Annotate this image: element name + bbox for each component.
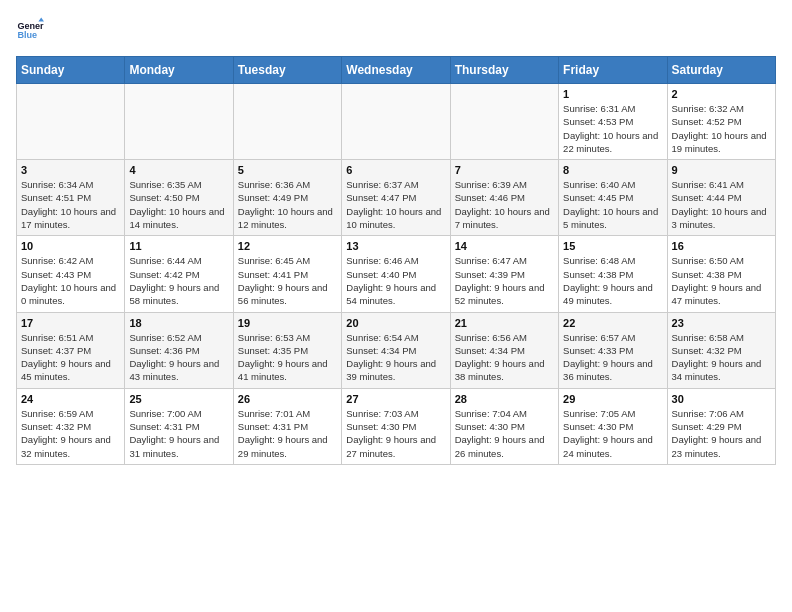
day-number: 6: [346, 164, 445, 176]
day-number: 22: [563, 317, 662, 329]
calendar-cell: [17, 84, 125, 160]
day-info: Sunrise: 6:56 AM Sunset: 4:34 PM Dayligh…: [455, 331, 554, 384]
logo: General Blue: [16, 16, 48, 44]
day-info: Sunrise: 6:31 AM Sunset: 4:53 PM Dayligh…: [563, 102, 662, 155]
day-number: 21: [455, 317, 554, 329]
day-info: Sunrise: 6:36 AM Sunset: 4:49 PM Dayligh…: [238, 178, 337, 231]
weekday-header-monday: Monday: [125, 57, 233, 84]
day-number: 24: [21, 393, 120, 405]
calendar-week-2: 3Sunrise: 6:34 AM Sunset: 4:51 PM Daylig…: [17, 160, 776, 236]
calendar-cell: 28Sunrise: 7:04 AM Sunset: 4:30 PM Dayli…: [450, 388, 558, 464]
day-info: Sunrise: 6:42 AM Sunset: 4:43 PM Dayligh…: [21, 254, 120, 307]
day-info: Sunrise: 6:37 AM Sunset: 4:47 PM Dayligh…: [346, 178, 445, 231]
calendar-cell: 6Sunrise: 6:37 AM Sunset: 4:47 PM Daylig…: [342, 160, 450, 236]
calendar-cell: 7Sunrise: 6:39 AM Sunset: 4:46 PM Daylig…: [450, 160, 558, 236]
calendar-week-3: 10Sunrise: 6:42 AM Sunset: 4:43 PM Dayli…: [17, 236, 776, 312]
calendar-cell: 26Sunrise: 7:01 AM Sunset: 4:31 PM Dayli…: [233, 388, 341, 464]
day-number: 9: [672, 164, 771, 176]
day-number: 27: [346, 393, 445, 405]
day-number: 18: [129, 317, 228, 329]
day-number: 4: [129, 164, 228, 176]
day-info: Sunrise: 6:47 AM Sunset: 4:39 PM Dayligh…: [455, 254, 554, 307]
calendar-cell: 13Sunrise: 6:46 AM Sunset: 4:40 PM Dayli…: [342, 236, 450, 312]
day-info: Sunrise: 7:04 AM Sunset: 4:30 PM Dayligh…: [455, 407, 554, 460]
weekday-header-friday: Friday: [559, 57, 667, 84]
day-info: Sunrise: 6:50 AM Sunset: 4:38 PM Dayligh…: [672, 254, 771, 307]
day-info: Sunrise: 7:00 AM Sunset: 4:31 PM Dayligh…: [129, 407, 228, 460]
calendar-cell: 8Sunrise: 6:40 AM Sunset: 4:45 PM Daylig…: [559, 160, 667, 236]
calendar-cell: 11Sunrise: 6:44 AM Sunset: 4:42 PM Dayli…: [125, 236, 233, 312]
calendar-cell: 1Sunrise: 6:31 AM Sunset: 4:53 PM Daylig…: [559, 84, 667, 160]
calendar-header-row: SundayMondayTuesdayWednesdayThursdayFrid…: [17, 57, 776, 84]
calendar-cell: 17Sunrise: 6:51 AM Sunset: 4:37 PM Dayli…: [17, 312, 125, 388]
calendar-cell: 21Sunrise: 6:56 AM Sunset: 4:34 PM Dayli…: [450, 312, 558, 388]
weekday-header-saturday: Saturday: [667, 57, 775, 84]
day-info: Sunrise: 7:06 AM Sunset: 4:29 PM Dayligh…: [672, 407, 771, 460]
day-number: 2: [672, 88, 771, 100]
day-info: Sunrise: 7:05 AM Sunset: 4:30 PM Dayligh…: [563, 407, 662, 460]
day-info: Sunrise: 6:52 AM Sunset: 4:36 PM Dayligh…: [129, 331, 228, 384]
day-number: 14: [455, 240, 554, 252]
day-info: Sunrise: 6:51 AM Sunset: 4:37 PM Dayligh…: [21, 331, 120, 384]
calendar-cell: 23Sunrise: 6:58 AM Sunset: 4:32 PM Dayli…: [667, 312, 775, 388]
day-info: Sunrise: 7:03 AM Sunset: 4:30 PM Dayligh…: [346, 407, 445, 460]
day-number: 3: [21, 164, 120, 176]
day-number: 19: [238, 317, 337, 329]
calendar-cell: 19Sunrise: 6:53 AM Sunset: 4:35 PM Dayli…: [233, 312, 341, 388]
day-number: 16: [672, 240, 771, 252]
day-number: 5: [238, 164, 337, 176]
day-info: Sunrise: 6:45 AM Sunset: 4:41 PM Dayligh…: [238, 254, 337, 307]
day-info: Sunrise: 6:32 AM Sunset: 4:52 PM Dayligh…: [672, 102, 771, 155]
calendar-cell: 9Sunrise: 6:41 AM Sunset: 4:44 PM Daylig…: [667, 160, 775, 236]
day-info: Sunrise: 6:34 AM Sunset: 4:51 PM Dayligh…: [21, 178, 120, 231]
calendar-cell: 10Sunrise: 6:42 AM Sunset: 4:43 PM Dayli…: [17, 236, 125, 312]
day-number: 26: [238, 393, 337, 405]
day-number: 11: [129, 240, 228, 252]
calendar-cell: 20Sunrise: 6:54 AM Sunset: 4:34 PM Dayli…: [342, 312, 450, 388]
calendar-table: SundayMondayTuesdayWednesdayThursdayFrid…: [16, 56, 776, 465]
day-number: 10: [21, 240, 120, 252]
day-number: 20: [346, 317, 445, 329]
day-number: 25: [129, 393, 228, 405]
day-number: 13: [346, 240, 445, 252]
logo-icon: General Blue: [16, 16, 44, 44]
calendar-cell: 15Sunrise: 6:48 AM Sunset: 4:38 PM Dayli…: [559, 236, 667, 312]
day-number: 29: [563, 393, 662, 405]
weekday-header-wednesday: Wednesday: [342, 57, 450, 84]
calendar-cell: 29Sunrise: 7:05 AM Sunset: 4:30 PM Dayli…: [559, 388, 667, 464]
day-number: 1: [563, 88, 662, 100]
calendar-cell: 24Sunrise: 6:59 AM Sunset: 4:32 PM Dayli…: [17, 388, 125, 464]
svg-text:Blue: Blue: [17, 30, 37, 40]
day-info: Sunrise: 6:57 AM Sunset: 4:33 PM Dayligh…: [563, 331, 662, 384]
day-info: Sunrise: 6:54 AM Sunset: 4:34 PM Dayligh…: [346, 331, 445, 384]
calendar-cell: [450, 84, 558, 160]
calendar-week-1: 1Sunrise: 6:31 AM Sunset: 4:53 PM Daylig…: [17, 84, 776, 160]
calendar-cell: 3Sunrise: 6:34 AM Sunset: 4:51 PM Daylig…: [17, 160, 125, 236]
day-number: 12: [238, 240, 337, 252]
calendar-cell: [125, 84, 233, 160]
day-number: 15: [563, 240, 662, 252]
calendar-cell: 27Sunrise: 7:03 AM Sunset: 4:30 PM Dayli…: [342, 388, 450, 464]
day-number: 28: [455, 393, 554, 405]
calendar-cell: 16Sunrise: 6:50 AM Sunset: 4:38 PM Dayli…: [667, 236, 775, 312]
calendar-cell: 5Sunrise: 6:36 AM Sunset: 4:49 PM Daylig…: [233, 160, 341, 236]
calendar-cell: 14Sunrise: 6:47 AM Sunset: 4:39 PM Dayli…: [450, 236, 558, 312]
day-number: 30: [672, 393, 771, 405]
day-info: Sunrise: 6:39 AM Sunset: 4:46 PM Dayligh…: [455, 178, 554, 231]
page-header: General Blue: [16, 16, 776, 44]
day-info: Sunrise: 6:40 AM Sunset: 4:45 PM Dayligh…: [563, 178, 662, 231]
calendar-cell: 2Sunrise: 6:32 AM Sunset: 4:52 PM Daylig…: [667, 84, 775, 160]
day-number: 17: [21, 317, 120, 329]
calendar-cell: 22Sunrise: 6:57 AM Sunset: 4:33 PM Dayli…: [559, 312, 667, 388]
calendar-week-4: 17Sunrise: 6:51 AM Sunset: 4:37 PM Dayli…: [17, 312, 776, 388]
day-info: Sunrise: 6:59 AM Sunset: 4:32 PM Dayligh…: [21, 407, 120, 460]
day-number: 23: [672, 317, 771, 329]
day-info: Sunrise: 6:35 AM Sunset: 4:50 PM Dayligh…: [129, 178, 228, 231]
day-info: Sunrise: 6:41 AM Sunset: 4:44 PM Dayligh…: [672, 178, 771, 231]
day-info: Sunrise: 6:58 AM Sunset: 4:32 PM Dayligh…: [672, 331, 771, 384]
day-info: Sunrise: 6:48 AM Sunset: 4:38 PM Dayligh…: [563, 254, 662, 307]
day-info: Sunrise: 6:44 AM Sunset: 4:42 PM Dayligh…: [129, 254, 228, 307]
calendar-cell: 18Sunrise: 6:52 AM Sunset: 4:36 PM Dayli…: [125, 312, 233, 388]
day-info: Sunrise: 7:01 AM Sunset: 4:31 PM Dayligh…: [238, 407, 337, 460]
calendar-cell: 12Sunrise: 6:45 AM Sunset: 4:41 PM Dayli…: [233, 236, 341, 312]
